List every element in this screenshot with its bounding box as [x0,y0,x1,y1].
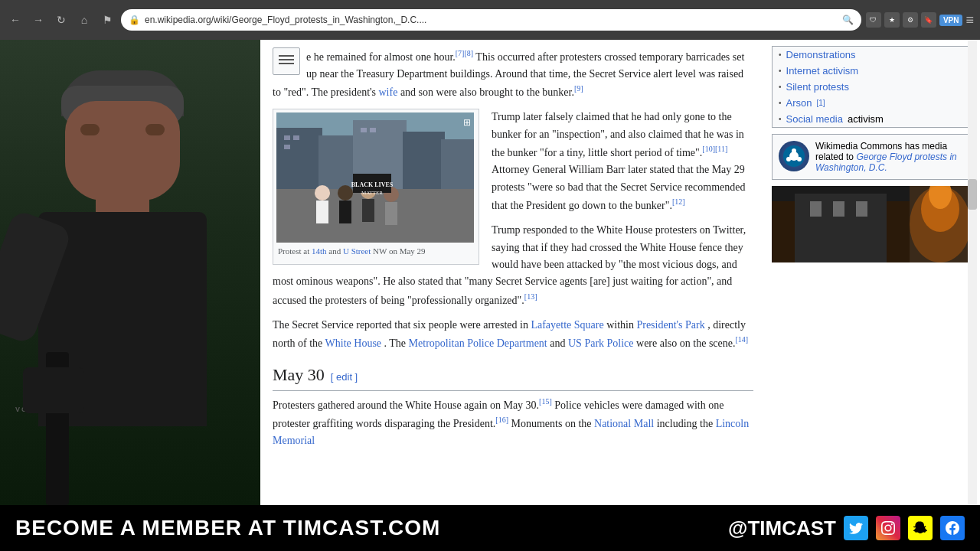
edit-link[interactable]: [ edit ] [331,370,358,386]
protest-image: BLACK LIVES MATTER ⊞ [276,112,474,243]
ref-16[interactable]: [16] [495,416,508,424]
toc-button[interactable] [273,47,300,75]
text-segment-1: e he remained for almost one hour. [306,51,456,63]
bookmark-button[interactable]: ⚑ [98,11,116,29]
sidebar-item-social-media: • Social media activism [773,111,973,127]
ref-13[interactable]: [13] [524,292,537,301]
u-street-link[interactable]: U Street [343,246,371,256]
presidents-park-link[interactable]: President's Park [636,319,704,331]
svg-point-29 [792,148,796,153]
address-bar[interactable]: 🔒 en.wikipedia.org/wiki/George_Floyd_pro… [121,9,861,31]
wiki-sidebar-right: • Demonstrations • Internet activism • S… [766,40,980,505]
expand-icon[interactable]: ⊞ [463,116,471,130]
national-mall-link[interactable]: National Mall [594,418,654,429]
bullet-icon-3: • [779,83,782,91]
activism-text: activism [848,113,884,125]
bullet-icon-5: • [779,115,782,123]
svg-rect-21 [362,199,374,222]
text-segment-3: and son were also brought to the bunker. [400,86,574,98]
vpn-badge[interactable]: VPN [939,15,963,26]
lafayette-square-link[interactable]: Lafayette Square [531,319,603,331]
handle-text: @TIMCAST [728,517,836,540]
bottom-bar: BECOME A MEMBER AT TIMCAST.COM @TIMCAST [0,505,980,551]
ref-12[interactable]: [12] [672,197,685,206]
become-text: BECOME A MEMBER AT [15,516,283,540]
sidebar-item-internet-activism: • Internet activism [773,63,973,79]
svg-point-16 [315,185,330,201]
svg-point-31 [786,157,791,161]
twitter-icon[interactable] [844,516,868,540]
svg-rect-23 [385,202,397,225]
white-house-link[interactable]: White House [325,337,381,349]
ref-14[interactable]: [14] [736,335,749,344]
text-arrested: The Secret Service reported that six peo… [273,319,531,331]
svg-text:BLACK LIVES: BLACK LIVES [351,181,394,188]
arson-ref[interactable]: [1] [816,99,825,107]
extension-icon-3[interactable]: ⚙ [903,12,918,28]
social-media-link[interactable]: Social media [786,113,843,125]
ref-15[interactable]: [15] [539,397,552,406]
back-button[interactable]: ← [6,11,24,29]
silent-protests-link[interactable]: Silent protests [786,81,849,93]
timcast-site-text: TIMCAST.COM [283,516,440,540]
extension-icon-2[interactable]: ★ [884,12,900,28]
main-area: VOLCOM e he remained f [0,40,980,505]
svg-rect-2 [279,63,294,64]
svg-rect-1 [279,59,294,60]
forward-button[interactable]: → [29,11,47,29]
url-text: en.wikipedia.org/wiki/George_Floyd_prote… [145,15,838,25]
demonstrations-link[interactable]: Demonstrations [786,49,856,60]
svg-text:MATTER: MATTER [361,190,383,196]
article-paragraph-1: e he remained for almost one hour.[7][8]… [273,47,753,101]
wiki-main-text: e he remained for almost one hour.[7][8]… [260,40,766,505]
wikimedia-commons-box: Wikimedia Commons has media related to G… [772,134,974,180]
svg-rect-0 [279,55,294,57]
scroll-thumb[interactable] [968,179,977,210]
extension-icon-1[interactable]: 🛡 [866,12,881,28]
arson-link[interactable]: Arson [786,97,812,109]
scrollbar[interactable] [968,40,977,505]
svg-rect-15 [276,189,474,243]
wikimedia-logo [779,141,809,171]
sidebar-item-arson: • Arson[1] [773,95,973,111]
wikimedia-text: Wikimedia Commons has media related to G… [815,141,967,173]
facebook-icon[interactable] [940,516,965,540]
text-monuments: Monuments on the [511,418,595,429]
svg-rect-39 [810,201,822,217]
park-police-link[interactable]: US Park Police [568,337,634,349]
article-paragraph-5: Protesters gathered around the White Hou… [273,396,753,449]
svg-rect-11 [293,135,299,140]
reload-button[interactable]: ↻ [52,11,70,29]
ref-9[interactable]: [9] [574,84,583,93]
14th-link[interactable]: 14th [312,246,327,256]
become-member-text: BECOME A MEMBER AT TIMCAST.COM [15,516,440,540]
caption-prefix: Protest at [278,246,312,256]
svg-point-30 [797,157,802,161]
menu-button[interactable]: ≡ [965,12,974,28]
svg-rect-41 [856,201,867,217]
secondary-image [772,186,969,262]
svg-rect-12 [284,145,290,149]
ref-7-8[interactable]: [7][8] [456,49,473,57]
sidebar-item-silent-protests: • Silent protests [773,79,973,95]
bullet-icon-4: • [779,99,782,107]
extension-icon-4[interactable]: 🔖 [921,12,936,28]
ref-10-11[interactable]: [10][11] [702,145,727,153]
wife-link[interactable]: wife [379,86,398,98]
mpd-link[interactable]: Metropolitan Police Department [409,337,547,349]
instagram-icon[interactable] [876,516,900,540]
may30-section-heading: May 30 [ edit ] [273,361,753,391]
svg-rect-8 [403,132,445,189]
bullet-icon-2: • [779,67,782,75]
text-barr: Attorney General William Barr later stat… [492,164,745,210]
webcam-overlay: VOLCOM [0,40,260,505]
webcam-feed: VOLCOM [0,40,260,505]
text-including: including the [657,418,716,429]
text-and: and [550,337,568,349]
home-button[interactable]: ⌂ [75,11,93,29]
snapchat-icon[interactable] [908,516,933,540]
text-the: . The [384,337,409,349]
browser-icons: 🛡 ★ ⚙ 🔖 VPN ≡ [866,12,974,28]
internet-activism-link[interactable]: Internet activism [786,65,859,77]
right-handle: @TIMCAST [728,516,965,540]
